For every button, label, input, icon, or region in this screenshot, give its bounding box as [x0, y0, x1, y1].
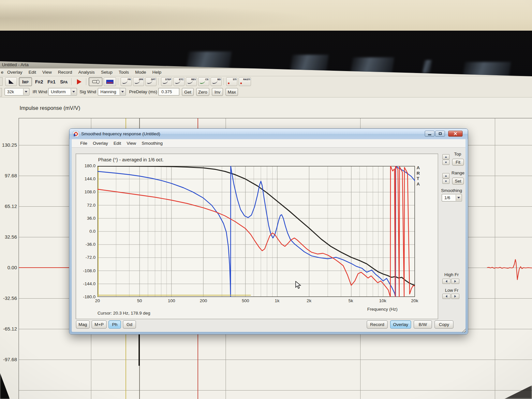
phase-y-tick: -108.0 [78, 268, 96, 273]
menu-item-mode[interactable]: Mode [135, 70, 146, 75]
toolbar-separator [86, 78, 86, 85]
mag-button[interactable]: Mag [76, 320, 90, 329]
top-label: Top [454, 152, 461, 156]
arta-watermark: ARTA [417, 165, 420, 187]
mouse-cursor [295, 281, 303, 290]
cs-analysis-button[interactable]: CS [198, 77, 209, 86]
predelay-input[interactable]: 0.375 [158, 88, 179, 96]
arrow-right-icon [454, 280, 456, 283]
menu-item-cut[interactable]: e [1, 70, 4, 75]
predelay-label: PreDelay (ms) [129, 89, 157, 94]
low-fr-arrows [442, 294, 459, 299]
chevron-down-icon[interactable] [456, 195, 461, 201]
top-spinner [442, 154, 450, 165]
y-tick-label: -65.12 [0, 326, 17, 332]
y-tick-label: -32.56 [0, 295, 17, 301]
sig-wnd-combo[interactable]: Hanning [98, 88, 126, 96]
inv-button[interactable]: Inv [212, 88, 223, 96]
main-window-title: Untitled - Arta [2, 62, 29, 67]
bw-button[interactable]: B/W [414, 320, 432, 329]
dialog-menu-overlay[interactable]: Overlay [93, 141, 108, 146]
curve-icon [147, 81, 152, 84]
copy-button[interactable]: Copy [435, 320, 453, 329]
imp-mode-button[interactable]: Imp [19, 77, 32, 86]
menu-item-overlay[interactable]: Overlay [7, 70, 22, 75]
dft-analysis-button[interactable]: DFT [145, 77, 156, 86]
arrow-right-icon [454, 295, 456, 298]
ir-wnd-combo[interactable]: Uniform [48, 88, 77, 96]
step-analysis-button[interactable]: STEP [161, 77, 172, 86]
spa-mode-button[interactable]: Spa [58, 77, 70, 86]
curve-icon [122, 81, 127, 84]
max-button[interactable]: Max [226, 88, 238, 96]
dialog-menu-file[interactable]: File [80, 141, 87, 146]
phase-x-tick: 10k [379, 298, 386, 303]
rev-analysis-button[interactable]: REV [186, 77, 197, 86]
smoothed-frequency-response-window[interactable]: Smoothed frequency response (Untitled) F… [69, 128, 468, 334]
record-play-button[interactable] [74, 77, 85, 86]
menu-item-setup[interactable]: Setup [101, 70, 112, 75]
fr-analysis-button[interactable]: FR [121, 77, 132, 86]
y-tick-label: -97.68 [0, 357, 17, 362]
close-button[interactable] [448, 131, 463, 137]
dialog-menu-smoothing[interactable]: Smoothing [142, 141, 163, 146]
black-triangle-icon [9, 80, 14, 84]
phase-chart[interactable] [97, 166, 415, 297]
range-down-button[interactable] [442, 179, 450, 184]
toolbar-separator [224, 78, 224, 85]
minimize-button[interactable] [425, 131, 435, 137]
high-fr-left-button[interactable] [442, 279, 451, 284]
overlay-button[interactable]: Overlay [390, 320, 411, 329]
menu-item-tools[interactable]: Tools [119, 70, 129, 75]
chevron-down-icon[interactable] [71, 89, 76, 95]
smoothing-combo[interactable]: 1/6 [442, 194, 462, 201]
generator-button[interactable] [89, 77, 102, 86]
pointer-tool-button[interactable] [5, 77, 17, 86]
menu-item-edit[interactable]: Edit [29, 70, 36, 75]
fft-size-combo[interactable]: 32k [5, 88, 29, 96]
menu-item-record[interactable]: Record [58, 70, 72, 75]
rasti-analysis-button[interactable]: RASTI [239, 77, 251, 86]
settings-toolbar: 32k IR Wnd Uniform Sig Wnd Hanning PreDe… [0, 87, 532, 97]
bd-analysis-button[interactable]: BD [211, 77, 222, 86]
get-button[interactable]: Get [182, 88, 194, 96]
top-down-button[interactable] [442, 160, 450, 165]
fit-button[interactable]: Fit [452, 159, 464, 166]
menu-item-help[interactable]: Help [152, 70, 161, 75]
zero-button[interactable]: Zero [196, 88, 209, 96]
maximize-button[interactable] [435, 131, 445, 137]
fr2-mode-button[interactable]: Fr2 [33, 77, 45, 86]
fr1-mode-button[interactable]: Fr1 [46, 77, 57, 86]
smoothing-label: Smoothing [441, 188, 462, 193]
phase-y-tick: 72.0 [78, 203, 96, 208]
cursor-readout: Cursor: 20.3 Hz, 178.9 deg [97, 311, 150, 316]
menu-item-analysis[interactable]: Analysis [78, 70, 95, 75]
signal-view-button[interactable] [104, 77, 116, 86]
chevron-down-icon[interactable] [120, 89, 125, 95]
phase-x-tick: 100 [168, 298, 175, 303]
high-fr-right-button[interactable] [451, 279, 459, 284]
dialog-menu-edit[interactable]: Edit [113, 141, 121, 146]
phase-x-tick: 20 [95, 298, 100, 303]
menu-item-view[interactable]: View [42, 70, 52, 75]
range-up-button[interactable] [442, 173, 450, 178]
ir-wnd-label: IR Wnd [33, 89, 47, 94]
dialog-menu-view[interactable]: View [127, 141, 136, 146]
close-icon [453, 132, 457, 136]
ph-button[interactable]: Ph [109, 320, 121, 329]
m-plus-p-button[interactable]: M+P [92, 320, 107, 329]
2fr-analysis-button[interactable]: 2FR [133, 77, 144, 86]
phase-y-tick: 180.0 [78, 163, 96, 168]
set-button[interactable]: Set [452, 178, 464, 185]
dialog-titlebar[interactable]: Smoothed frequency response (Untitled) [69, 129, 468, 139]
phase-y-tick: 36.0 [78, 216, 96, 221]
low-fr-right-button[interactable] [451, 294, 459, 299]
record-button[interactable]: Record [367, 320, 388, 329]
sti-analysis-button[interactable]: STI [226, 77, 237, 86]
gd-button[interactable]: Gd [123, 320, 136, 329]
low-fr-left-button[interactable] [442, 294, 451, 299]
chevron-down-icon[interactable] [23, 89, 29, 95]
top-up-button[interactable] [442, 154, 450, 159]
phase-y-tick: -180.0 [78, 294, 96, 299]
etc-analysis-button[interactable]: ETC [173, 77, 185, 86]
